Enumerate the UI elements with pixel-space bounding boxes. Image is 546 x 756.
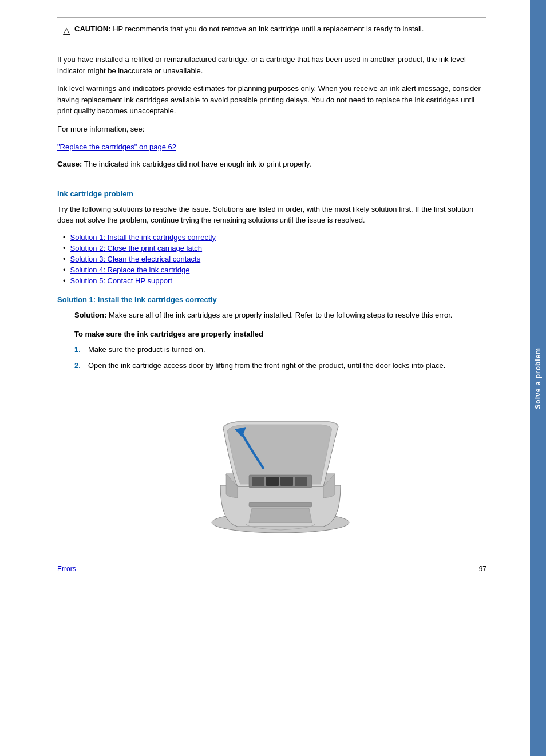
- ink-problem-intro: Try the following solutions to resolve t…: [57, 204, 486, 226]
- step-1-text: Make sure the product is turned on.: [88, 344, 205, 355]
- solution1-desc: Make sure all of the ink cartridges are …: [109, 311, 452, 319]
- solution1-heading: Solution 1: Install the ink cartridges c…: [57, 295, 486, 304]
- list-item: Solution 2: Close the print carriage lat…: [63, 244, 486, 252]
- step-1: 1. Make sure the product is turned on.: [74, 344, 486, 355]
- svg-rect-5: [280, 477, 293, 486]
- steps-heading: To make sure the ink cartridges are prop…: [74, 330, 486, 338]
- solution-5-link[interactable]: Solution 5: Contact HP support: [70, 276, 172, 285]
- cause-label: Cause:: [57, 160, 82, 168]
- step-2-num: 2.: [74, 360, 88, 371]
- footer-errors-link[interactable]: Errors: [57, 565, 76, 573]
- printer-illustration: [203, 382, 358, 543]
- solution-1-link[interactable]: Solution 1: Install the ink cartridges c…: [70, 233, 216, 242]
- list-item: Solution 4: Replace the ink cartridge: [63, 266, 486, 274]
- para-1: If you have installed a refilled or rema…: [57, 54, 486, 76]
- step-2: 2. Open the ink cartridge access door by…: [74, 360, 486, 371]
- solutions-list: Solution 1: Install the ink cartridges c…: [57, 233, 486, 285]
- link-para: "Replace the cartridges" on page 62: [57, 141, 486, 153]
- svg-rect-1: [249, 502, 312, 507]
- page-number: 97: [479, 565, 486, 573]
- para-3: For more information, see:: [57, 124, 486, 135]
- page-footer: Errors 97: [57, 560, 486, 573]
- solution-3-link[interactable]: Solution 3: Clean the electrical contact…: [70, 255, 201, 263]
- caution-body: HP recommends that you do not remove an …: [113, 25, 424, 33]
- steps-list: 1. Make sure the product is turned on. 2…: [74, 344, 486, 371]
- caution-icon: △: [63, 25, 70, 36]
- caution-label: CAUTION:: [74, 25, 111, 33]
- svg-rect-3: [252, 477, 264, 486]
- list-item: Solution 1: Install the ink cartridges c…: [63, 233, 486, 242]
- section-divider: [57, 179, 486, 179]
- cause-line: Cause: The indicated ink cartridges did …: [57, 160, 486, 168]
- solution-4-link[interactable]: Solution 4: Replace the ink cartridge: [70, 266, 190, 274]
- step-2-text: Open the ink cartridge access door by li…: [88, 360, 445, 371]
- side-tab: Solve a problem: [530, 0, 546, 756]
- svg-rect-6: [295, 477, 307, 486]
- solution1-label: Solution:: [74, 311, 106, 319]
- solution1-block: Solution: Make sure all of the ink cartr…: [74, 310, 486, 543]
- svg-rect-4: [266, 477, 279, 486]
- caution-box: △ CAUTION: HP recommends that you do not…: [57, 17, 486, 43]
- side-tab-label: Solve a problem: [534, 347, 542, 409]
- solution1-text: Solution: Make sure all of the ink cartr…: [74, 310, 486, 321]
- para-2: Ink level warnings and indicators provid…: [57, 83, 486, 117]
- list-item: Solution 3: Clean the electrical contact…: [63, 255, 486, 263]
- list-item: Solution 5: Contact HP support: [63, 276, 486, 285]
- cartridge-area: [249, 475, 312, 488]
- cause-body: The indicated ink cartridges did not hav…: [84, 160, 311, 168]
- replace-cartridges-link[interactable]: "Replace the cartridges" on page 62: [57, 143, 176, 151]
- ink-problem-heading: Ink cartridge problem: [57, 189, 486, 198]
- solution-2-link[interactable]: Solution 2: Close the print carriage lat…: [70, 244, 203, 252]
- step-1-num: 1.: [74, 344, 88, 355]
